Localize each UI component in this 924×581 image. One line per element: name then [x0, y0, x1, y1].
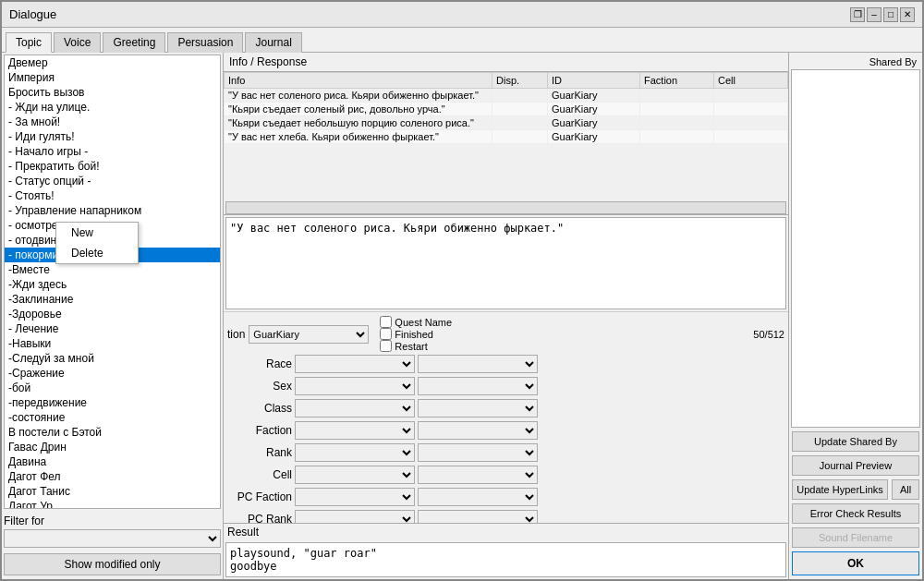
cond-row-select1[interactable] [295, 377, 415, 395]
tab-journal[interactable]: Journal [245, 32, 301, 53]
list-item[interactable]: Дагот Танис [5, 484, 220, 499]
cond-row-select1[interactable] [295, 488, 415, 506]
restart-check[interactable] [380, 340, 392, 352]
tab-persuasion[interactable]: Persuasion [167, 32, 243, 53]
cond-row: PC Faction [227, 488, 784, 506]
filter-dropdown[interactable] [4, 529, 221, 548]
table-row[interactable]: "Кьяри съедает соленый рис, довольно урч… [225, 103, 788, 116]
cond-row-select2[interactable] [418, 421, 538, 440]
list-item[interactable]: Давина [5, 454, 220, 469]
list-item[interactable]: -бой [5, 381, 220, 395]
cond-row-select1[interactable] [295, 399, 415, 418]
quest-name-check[interactable] [380, 316, 392, 328]
cond-row: Class [227, 399, 784, 418]
list-item[interactable]: - Начало игры - [5, 144, 220, 159]
list-item[interactable]: Дагот Ур [5, 499, 220, 509]
cond-row-select2[interactable] [418, 443, 538, 462]
tab-topic[interactable]: Topic [6, 32, 52, 53]
cond-row: Rank [227, 443, 784, 462]
list-item[interactable]: - Прекратить бой! [5, 159, 220, 174]
table-row[interactable]: "Кьяри съедает небольшую порцию соленого… [225, 116, 788, 130]
tab-greeting[interactable]: Greeting [103, 32, 165, 53]
result-text[interactable] [225, 542, 786, 577]
speaker-id-select[interactable]: GuarKiary [249, 325, 369, 344]
horizontal-scrollbar[interactable] [225, 201, 786, 214]
cond-row-select2[interactable] [418, 488, 538, 506]
tab-voice[interactable]: Voice [54, 32, 101, 53]
cond-row-select2[interactable] [418, 355, 538, 373]
list-item[interactable]: Гавас Дрин [5, 440, 220, 454]
main-area: ДвемерИмперияБросить вызов- Жди на улице… [2, 53, 922, 579]
cond-row-select2[interactable] [418, 399, 538, 418]
cond-row-select2[interactable] [418, 466, 538, 484]
cond-row-label: Cell [227, 468, 292, 481]
list-item[interactable]: - Стоять! [5, 188, 220, 203]
cond-row-select2[interactable] [418, 510, 538, 523]
list-item[interactable]: -Вместе [5, 262, 220, 277]
response-text-area[interactable] [225, 217, 786, 309]
table-row[interactable]: "У вас нет хлеба. Кьяри обиженно фыркает… [225, 130, 788, 144]
col-disp: Disp. [492, 73, 548, 89]
list-item[interactable]: - Статус опций - [5, 174, 220, 188]
list-item[interactable]: -состояние [5, 410, 220, 425]
show-modified-btn[interactable]: Show modified only [4, 553, 221, 575]
update-shared-by-btn[interactable]: Update Shared By [792, 431, 919, 452]
list-item[interactable]: -Навыки [5, 336, 220, 351]
list-item[interactable]: -Здоровье [5, 307, 220, 321]
right-panel: Info / Response Info Disp. ID Faction Ce… [224, 53, 788, 579]
list-item[interactable]: -Сражение [5, 366, 220, 381]
finished-check[interactable] [380, 328, 392, 340]
maximize-btn[interactable]: □ [883, 7, 898, 22]
list-item[interactable]: - За мной! [5, 115, 220, 129]
list-item[interactable]: Дагот Фел [5, 469, 220, 484]
result-section: Result [224, 523, 788, 579]
cond-row: Race [227, 355, 784, 373]
context-new[interactable]: New [56, 223, 138, 243]
cond-row-label: Race [227, 357, 292, 370]
sound-filename-btn[interactable]: Sound Filename [792, 527, 919, 548]
title-bar-controls: ❐ – □ ✕ [850, 7, 915, 22]
list-item[interactable]: -Заклинание [5, 292, 220, 307]
list-item[interactable]: -Жди здесь [5, 277, 220, 292]
list-item[interactable]: - Иди гулять! [5, 129, 220, 144]
error-check-btn[interactable]: Error Check Results [792, 503, 919, 524]
cond-row-select2[interactable] [418, 377, 538, 395]
context-delete[interactable]: Delete [56, 243, 138, 263]
list-item[interactable]: Империя [5, 70, 220, 85]
info-table: Info Disp. ID Faction Cell "У вас нет со… [224, 72, 788, 144]
cond-row-label: Faction [227, 424, 292, 437]
shared-by-label: Shared By [791, 54, 920, 69]
cond-row-select1[interactable] [295, 355, 415, 373]
table-row[interactable]: "У вас нет соленого риса. Кьяри обиженно… [225, 89, 788, 103]
list-item[interactable]: В постели с Бэтой [5, 425, 220, 440]
cond-title: tion [227, 328, 245, 341]
cond-row: Cell [227, 466, 784, 484]
minimize-btn[interactable]: – [867, 7, 881, 22]
char-count: 50/512 [753, 329, 784, 340]
list-item[interactable]: - Управление напарником [5, 203, 220, 218]
cond-row-select1[interactable] [295, 443, 415, 462]
ok-btn[interactable]: OK [792, 551, 919, 575]
list-item[interactable]: Двемер [5, 55, 220, 70]
update-hyperlinks-btn[interactable]: Update HyperLinks [792, 479, 888, 500]
all-btn[interactable]: All [892, 479, 919, 500]
close-btn[interactable]: ✕ [900, 7, 915, 22]
info-table-area: Info Disp. ID Faction Cell "У вас нет со… [224, 72, 788, 215]
cond-row-select1[interactable] [295, 421, 415, 440]
title-bar: Dialogue ❐ – □ ✕ [2, 2, 922, 28]
list-item[interactable]: - Жди на улице. [5, 100, 220, 115]
cond-row-label: Class [227, 402, 292, 415]
list-item[interactable]: - Лечение [5, 321, 220, 336]
list-item[interactable]: -Следуй за мной [5, 351, 220, 366]
cond-row-select1[interactable] [295, 466, 415, 484]
restore-btn[interactable]: ❐ [850, 7, 865, 22]
topic-list[interactable]: ДвемерИмперияБросить вызов- Жди на улице… [4, 54, 221, 509]
list-item[interactable]: Бросить вызов [5, 85, 220, 100]
cond-row-label: Rank [227, 446, 292, 459]
cond-row-select1[interactable] [295, 510, 415, 523]
col-info: Info [225, 73, 492, 89]
col-id: ID [548, 73, 640, 89]
context-menu: New Delete [55, 222, 139, 264]
list-item[interactable]: -передвижение [5, 395, 220, 410]
journal-preview-btn[interactable]: Journal Preview [792, 455, 919, 476]
